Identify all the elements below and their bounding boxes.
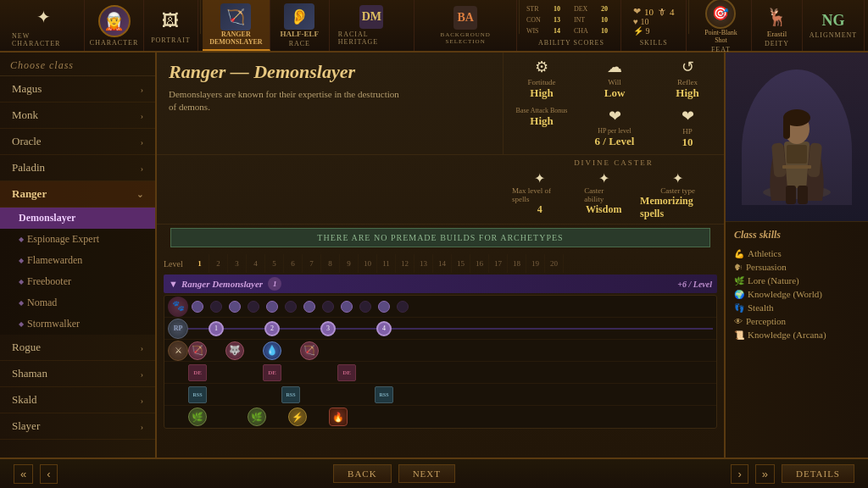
archetype-nomad[interactable]: ◆ Nomad [0, 292, 155, 313]
class-nav[interactable]: 🏹 RANGERDEMONSLAYER [203, 0, 270, 51]
de-label-3: DE [337, 364, 356, 381]
fortitude-stat: ⚙ Fortitude High [512, 58, 571, 100]
dot-icon: ◆ [19, 278, 24, 286]
new-character-nav[interactable]: ✦ New Character [3, 0, 85, 51]
portrait-arch [742, 69, 852, 205]
skill-icon-de[interactable]: 🏹 [188, 341, 207, 360]
ability-scores-nav[interactable]: STR10 DEX20 CON13 INT10 WIS14 CHA10 ABIL… [521, 0, 621, 51]
spell-icon-2[interactable]: 🌿 [248, 408, 266, 426]
expand-icon[interactable]: ▼ [169, 279, 178, 289]
skill-icon-de3[interactable]: 🏹 [300, 341, 319, 360]
archetype-flamewarden[interactable]: ◆ Flamewarden [0, 250, 155, 271]
background-nav[interactable]: BA BACKGROUND SELECTION [415, 0, 518, 51]
class-description: Demonslayers are known for their experti… [169, 88, 406, 114]
de-labels-row: DE DE DE [188, 364, 713, 381]
race-nav[interactable]: 👂 HALF-ELF RACE [270, 0, 330, 51]
chevron-right-icon: › [141, 369, 143, 379]
last-page-button[interactable]: » [755, 464, 775, 484]
spell-icon: ✦ [534, 170, 545, 186]
dot-icon: ◆ [19, 236, 24, 243]
sidebar-item-monk[interactable]: Monk › [0, 103, 155, 129]
sidebar-item-slayer[interactable]: Slayer › [0, 413, 155, 440]
level-14: 14 [433, 254, 452, 273]
first-page-button[interactable]: « [14, 464, 33, 484]
new-character-label: New Character [12, 32, 75, 47]
character-svg [750, 74, 843, 205]
skill-icon-special[interactable]: 💧 [263, 341, 281, 360]
details-button[interactable]: DETAILS [782, 464, 854, 483]
sidebar-item-paladin[interactable]: Paladin › [0, 155, 155, 181]
sidebar-item-ranger[interactable]: Ranger ⌄ [0, 181, 155, 208]
next-button[interactable]: NEXT [398, 464, 455, 483]
next-page-button[interactable]: › [731, 464, 748, 484]
new-character-icon: ✦ [31, 3, 58, 30]
slot [337, 297, 356, 316]
character-nav[interactable]: 🧝 CHARACTER [85, 0, 144, 51]
ability-row-6: 🌿 🌿 ⚡ 🔥 [164, 406, 716, 428]
svg-rect-9 [782, 165, 811, 169]
lore-nature-icon: 🌿 [734, 276, 744, 286]
racial-heritage-nav[interactable]: DM RACIAL HERITAGE [330, 0, 415, 51]
bab-stat: Base Attack Bonus High [512, 107, 571, 149]
level-header-row: Level 1 2 3 4 5 6 7 8 9 10 11 12 13 14 1… [164, 254, 717, 273]
spell-icon-3[interactable]: ⚡ [288, 408, 307, 426]
skill-icon-de2[interactable]: 🐺 [225, 341, 244, 360]
chevron-right-icon: › [141, 85, 143, 94]
feat-name: Point-Blank Shot [699, 29, 743, 44]
nav-divider-3 [688, 0, 689, 34]
archetype-stormwalker[interactable]: ◆ Stormwalker [0, 313, 155, 335]
class-skills-title: Class skills [734, 229, 860, 241]
sidebar-item-shaman[interactable]: Shaman › [0, 361, 155, 387]
level-6: 6 [284, 254, 303, 273]
alignment-nav[interactable]: NG ALIGNMENT [803, 0, 865, 51]
level-12: 12 [396, 254, 415, 273]
milestone-3[interactable]: 3 [319, 319, 337, 338]
archetype-espionage[interactable]: ◆ Espionage Expert [0, 229, 155, 250]
back-button[interactable]: BACK [333, 464, 392, 483]
reflex-stat: ↺ Reflex High [658, 58, 717, 100]
deity-name: Erastil [767, 30, 787, 38]
portrait-figure-container [742, 69, 852, 205]
level-8: 8 [321, 254, 340, 273]
archetype-demonslayer[interactable]: Demonslayer [0, 208, 155, 229]
milestone-1[interactable]: 1 [207, 319, 225, 338]
skill-persuasion: 🗣 Persuasion [734, 260, 860, 274]
skills-label: SKILLS [640, 39, 668, 47]
de-label-1: DE [188, 364, 207, 381]
portrait-icon: 🖼 [157, 8, 184, 35]
spell-icon-4[interactable]: 🔥 [329, 408, 348, 426]
feat-display: 🎯 [698, 0, 743, 29]
feat-nav[interactable]: 🎯 Point-Blank Shot FEAT [691, 0, 752, 51]
skills-nav[interactable]: ❤10 🗡4 ♥ 10 ⚡ 9 SKILLS [621, 0, 687, 51]
archetype-freebooter[interactable]: ◆ Freebooter [0, 271, 155, 292]
ability-row-track: 1 2 3 4 [188, 318, 713, 339]
chevron-right-icon: › [141, 422, 143, 431]
right-panel: Class skills 💪 Athletics 🗣 Persuasion 🌿 … [724, 53, 868, 458]
deity-label: DEITY [765, 40, 789, 47]
sidebar-item-magus[interactable]: Magus › [0, 76, 155, 103]
hp-icon-2: ❤ [682, 107, 694, 125]
ability-skills-row: 🏹 🐺 💧 🏹 [188, 341, 713, 360]
character-portrait-icon: 🧝 [98, 5, 131, 37]
prev-page-button[interactable]: ‹ [40, 464, 57, 484]
level-19: 19 [526, 254, 545, 273]
ability-row-1: 🐾 [164, 296, 716, 318]
slot [263, 297, 281, 316]
level-progression-area: Level 1 2 3 4 5 6 7 8 9 10 11 12 13 14 1… [157, 251, 724, 458]
sidebar-item-skald[interactable]: Skald › [0, 387, 155, 413]
portrait-nav[interactable]: 🖼 PORTRAIT [144, 0, 198, 51]
milestone-2[interactable]: 2 [263, 319, 281, 338]
sidebar-item-rogue[interactable]: Rogue › [0, 335, 155, 361]
progression-rows: 🐾 [164, 295, 717, 429]
ability-row-2: RP 1 2 3 4 [164, 318, 716, 340]
milestone-4[interactable]: 4 [375, 319, 393, 338]
divine-caster-label: DIVINE CASTER [512, 158, 715, 167]
center-panel: Ranger — Demonslayer Demonslayers are kn… [157, 53, 724, 458]
level-15: 15 [452, 254, 470, 273]
dot-icon: ◆ [19, 299, 24, 307]
deity-nav[interactable]: 🦌 Erastil DEITY [752, 0, 803, 51]
spell-icon-1[interactable]: 🌿 [188, 408, 207, 426]
sidebar-item-oracle[interactable]: Oracle › [0, 129, 155, 155]
level-7: 7 [303, 254, 321, 273]
divine-stats: ✦ Max level of spells 4 ✦ Caster ability… [512, 170, 715, 220]
